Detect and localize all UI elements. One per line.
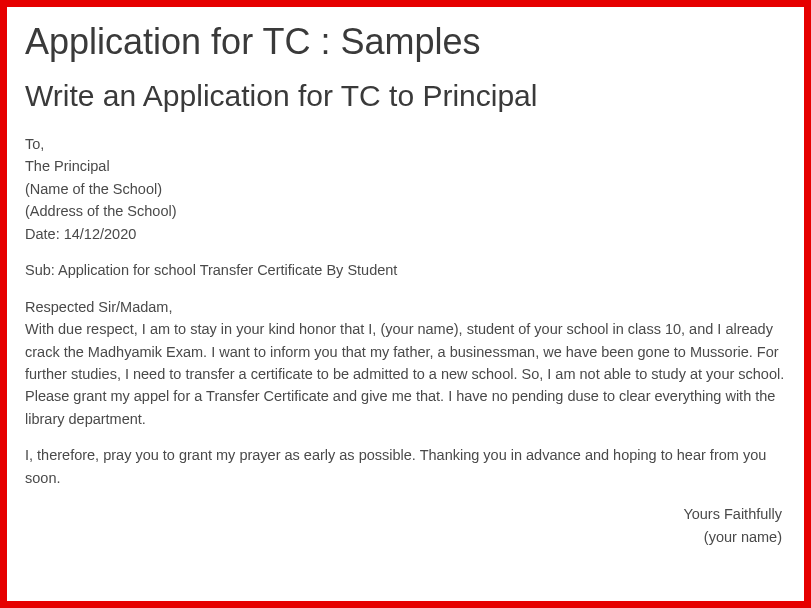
- address-to: To,: [25, 133, 786, 155]
- page-subtitle: Write an Application for TC to Principal: [25, 76, 786, 115]
- body-paragraph-1: With due respect, I am to stay in your k…: [25, 321, 784, 427]
- address-block: To, The Principal (Name of the School) (…: [25, 133, 786, 245]
- document-frame: Application for TC : Samples Write an Ap…: [0, 0, 811, 608]
- valediction: Yours Faithfully: [25, 503, 782, 525]
- address-principal: The Principal: [25, 155, 786, 177]
- page-title: Application for TC : Samples: [25, 19, 786, 66]
- signature: (your name): [25, 526, 782, 548]
- salutation: Respected Sir/Madam,: [25, 296, 786, 318]
- body-paragraph-2: I, therefore, pray you to grant my praye…: [25, 444, 786, 489]
- address-school-address: (Address of the School): [25, 200, 786, 222]
- address-school-name: (Name of the School): [25, 178, 786, 200]
- closing-block: Yours Faithfully (your name): [25, 503, 786, 548]
- body-main: Respected Sir/Madam, With due respect, I…: [25, 296, 786, 431]
- subject-line: Sub: Application for school Transfer Cer…: [25, 259, 786, 281]
- address-date: Date: 14/12/2020: [25, 223, 786, 245]
